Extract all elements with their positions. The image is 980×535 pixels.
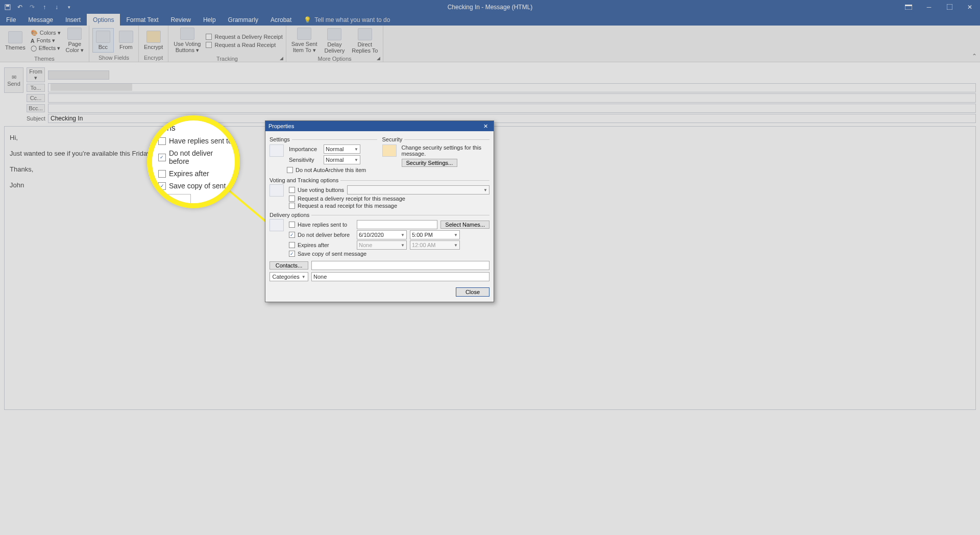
encrypt-label: Encrypt bbox=[144, 44, 163, 50]
do-not-deliver-before-checkbox[interactable]: ✓Do not deliver before bbox=[289, 232, 354, 238]
categories-label: Categories bbox=[272, 274, 299, 280]
categories-button[interactable]: Categories▼ bbox=[270, 272, 308, 281]
contacts-field[interactable] bbox=[311, 261, 489, 270]
send-button[interactable]: ✉ Send bbox=[4, 67, 23, 93]
delay-delivery-button[interactable]: Delay Delivery bbox=[323, 27, 347, 55]
encrypt-button[interactable]: Encrypt bbox=[142, 30, 165, 51]
fonts-icon: A bbox=[31, 38, 35, 44]
deliver-date-value: 6/10/2020 bbox=[359, 232, 384, 238]
deliver-time-value: 5:00 PM bbox=[412, 232, 433, 238]
checkbox-icon bbox=[289, 203, 295, 209]
use-voting-label: Use voting buttons bbox=[298, 187, 344, 193]
tracking-dialog-launcher-icon[interactable]: ◢ bbox=[280, 56, 285, 61]
effects-button[interactable]: ◯Effects ▾ bbox=[31, 45, 61, 52]
sensitivity-select[interactable]: Normal▼ bbox=[324, 155, 360, 164]
deliver-time-select[interactable]: 5:00 PM▼ bbox=[410, 230, 460, 239]
security-section-label: Security bbox=[382, 136, 403, 142]
use-voting-checkbox[interactable]: Use voting buttons bbox=[289, 187, 344, 193]
direct-replies-button[interactable]: Direct Replies To bbox=[350, 27, 380, 55]
tab-options[interactable]: Options bbox=[87, 14, 120, 26]
expires-after-checkbox[interactable]: Expires after bbox=[289, 242, 354, 248]
from-field[interactable]: redacted bbox=[48, 70, 109, 80]
bcc-button[interactable]: Bcc... bbox=[27, 104, 45, 112]
voting-options-select[interactable]: ▼ bbox=[347, 185, 489, 194]
themes-button[interactable]: Themes bbox=[3, 30, 28, 52]
minimize-icon[interactable]: ─ bbox=[919, 0, 939, 14]
up-arrow-icon[interactable]: ↑ bbox=[41, 4, 48, 11]
deliver-date-select[interactable]: 6/10/2020▼ bbox=[357, 230, 407, 239]
maximize-icon[interactable] bbox=[939, 0, 960, 14]
expires-time-select[interactable]: 12:00 AM▼ bbox=[410, 240, 460, 250]
delay-label: Delay Delivery bbox=[325, 41, 345, 54]
tell-me-label: Tell me what you want to do bbox=[314, 16, 390, 23]
security-settings-button[interactable]: Security Settings... bbox=[402, 159, 458, 167]
page-color-button[interactable]: Page Color ▾ bbox=[64, 27, 86, 55]
close-icon[interactable]: ✕ bbox=[960, 0, 980, 14]
save-icon[interactable] bbox=[4, 4, 11, 11]
save-sent-icon bbox=[297, 28, 311, 40]
tab-grammarly[interactable]: Grammarly bbox=[222, 14, 264, 26]
request-delivery-checkbox[interactable]: Request a delivery receipt for this mess… bbox=[289, 196, 489, 202]
security-text: Change security settings for this messag… bbox=[402, 144, 490, 157]
down-arrow-icon[interactable]: ↓ bbox=[53, 4, 60, 11]
expires-date-select[interactable]: None▼ bbox=[357, 240, 407, 250]
display-mode-icon[interactable] bbox=[898, 0, 919, 14]
save-sent-button[interactable]: Save Sent Item To ▾ bbox=[289, 27, 320, 55]
voting-buttons[interactable]: Use Voting Buttons ▾ bbox=[172, 27, 203, 55]
collapse-ribbon-icon[interactable]: ⌃ bbox=[972, 53, 977, 60]
from-button[interactable]: From bbox=[117, 30, 135, 51]
tab-message[interactable]: Message bbox=[22, 14, 59, 26]
read-receipt-label: Request a Read Receipt bbox=[214, 42, 276, 48]
expires-label: Expires after bbox=[298, 242, 354, 248]
qat-customize-icon[interactable]: ▾ bbox=[65, 4, 72, 11]
importance-select[interactable]: Normal▼ bbox=[324, 144, 360, 154]
checkbox-icon bbox=[158, 137, 166, 145]
more-options-dialog-launcher-icon[interactable]: ◢ bbox=[377, 56, 382, 61]
to-field[interactable] bbox=[48, 83, 976, 92]
categories-field[interactable]: None bbox=[311, 272, 489, 281]
undo-icon[interactable]: ↶ bbox=[16, 4, 23, 11]
close-button[interactable]: Close bbox=[456, 287, 489, 297]
from-dropdown[interactable]: From ▾ bbox=[27, 67, 45, 82]
colors-icon: 🎨 bbox=[31, 30, 38, 36]
fonts-button[interactable]: AFonts ▾ bbox=[31, 37, 61, 44]
page-color-icon bbox=[67, 28, 82, 40]
tell-me[interactable]: 💡 Tell me what you want to do bbox=[298, 14, 396, 26]
bcc-label: Bcc bbox=[99, 44, 108, 50]
chevron-down-icon: ▼ bbox=[354, 158, 358, 162]
contacts-button[interactable]: Contacts... bbox=[270, 261, 308, 270]
request-delivery-receipt[interactable]: Request a Delivery Receipt bbox=[206, 34, 282, 40]
tab-help[interactable]: Help bbox=[197, 14, 222, 26]
tab-file[interactable]: File bbox=[0, 14, 22, 26]
tab-insert[interactable]: Insert bbox=[59, 14, 87, 26]
request-read-checkbox[interactable]: Request a read receipt for this message bbox=[289, 203, 489, 209]
checkbox-icon bbox=[289, 196, 295, 202]
save-copy-checkbox[interactable]: ✓Save copy of sent message bbox=[289, 251, 489, 257]
chevron-down-icon: ▼ bbox=[454, 233, 458, 237]
send-icon: ✉ bbox=[12, 74, 16, 81]
autoarchive-checkbox[interactable]: Do not AutoArchive this item bbox=[287, 167, 377, 173]
request-read-receipt[interactable]: Request a Read Receipt bbox=[206, 42, 282, 48]
bcc-field[interactable] bbox=[48, 104, 976, 113]
cc-field[interactable] bbox=[48, 93, 976, 103]
tab-format-text[interactable]: Format Text bbox=[120, 14, 164, 26]
svg-rect-1 bbox=[6, 5, 9, 7]
themes-icon bbox=[8, 31, 22, 43]
chevron-down-icon: ▼ bbox=[401, 243, 405, 248]
have-replies-checkbox[interactable]: Have replies sent to bbox=[289, 222, 354, 228]
to-button[interactable]: To... bbox=[27, 84, 45, 92]
voting-label: Use Voting Buttons ▾ bbox=[174, 41, 201, 54]
cc-button[interactable]: Cc... bbox=[27, 94, 45, 102]
bcc-button[interactable]: Bcc bbox=[92, 28, 114, 53]
dialog-close-button[interactable]: ✕ bbox=[480, 123, 491, 130]
redo-icon[interactable]: ↷ bbox=[29, 4, 36, 11]
tab-acrobat[interactable]: Acrobat bbox=[264, 14, 298, 26]
page-color-label: Page Color ▾ bbox=[66, 41, 84, 54]
magnifier-row: Do not deliver before bbox=[169, 149, 235, 165]
select-names-button[interactable]: Select Names... bbox=[440, 221, 489, 229]
tracking-group-label: Tracking bbox=[168, 56, 286, 63]
checkbox-icon bbox=[158, 170, 166, 178]
colors-button[interactable]: 🎨Colors ▾ bbox=[31, 30, 61, 36]
have-replies-field[interactable] bbox=[357, 220, 437, 229]
tab-review[interactable]: Review bbox=[165, 14, 197, 26]
